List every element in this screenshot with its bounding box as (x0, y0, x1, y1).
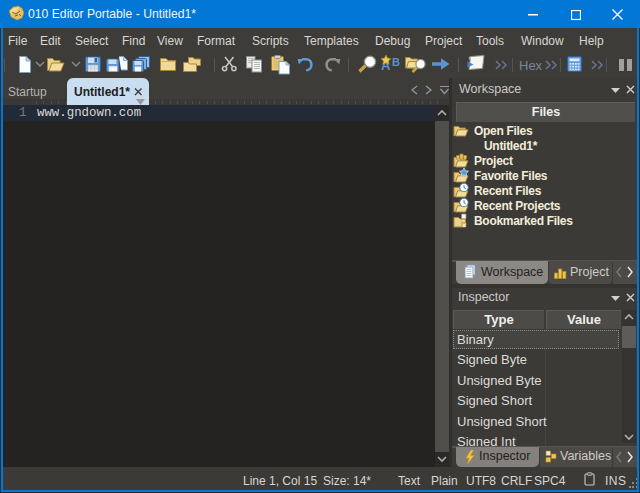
svg-text:B: B (392, 56, 400, 68)
svg-text:Hex: Hex (519, 58, 543, 73)
